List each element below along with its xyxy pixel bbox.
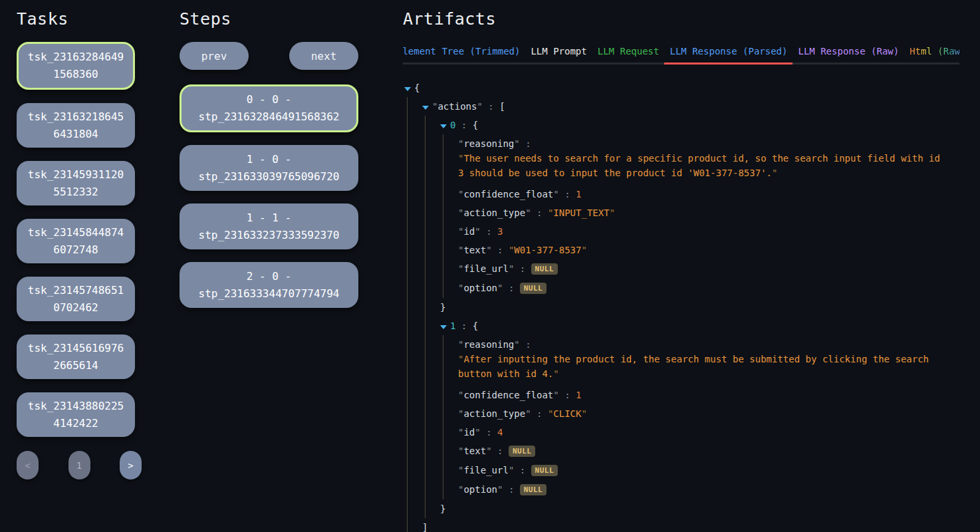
json-row: "text" : "W01-377-8537" — [458, 241, 959, 259]
step-button[interactable]: 1 - 1 -stp_231633237333592370 — [180, 203, 358, 249]
tasks-panel: Tasks tsk_231632846491568360tsk_23163218… — [17, 9, 135, 532]
null-badge: NULL — [531, 465, 558, 476]
prev-step-button[interactable]: prev — [180, 42, 249, 70]
step-button-id: stp_231633344707774794 — [199, 285, 340, 303]
task-button-label: tsk_231438802254142422 — [26, 398, 126, 432]
steps-list: 0 - 0 -stp_2316328464915683621 - 0 -stp_… — [180, 84, 358, 308]
json-row: } — [440, 298, 959, 317]
steps-nav: prev next — [180, 42, 358, 70]
json-row: 0 : { — [440, 116, 959, 134]
tasks-title: Tasks — [17, 9, 135, 29]
json-string-value: W01-377-8537 — [514, 245, 581, 255]
json-row: } — [440, 499, 959, 518]
null-badge: NULL — [520, 484, 547, 495]
tab-element-tree-trimmed[interactable]: Element Tree (Trimmed) — [403, 42, 525, 65]
json-key: reasoning — [463, 138, 514, 149]
null-badge: NULL — [520, 283, 547, 294]
json-key: file_url — [463, 263, 508, 274]
task-button-label: tsk_231456169762665614 — [26, 340, 126, 374]
collapse-toggle-icon[interactable] — [440, 325, 447, 329]
tab-llm-prompt[interactable]: LLM Prompt — [525, 42, 592, 65]
task-button[interactable]: tsk_231457486510702462 — [17, 277, 135, 321]
artifacts-tabs: Element Tree (Trimmed)LLM PromptLLM Requ… — [403, 42, 959, 65]
json-key: id — [463, 427, 475, 438]
step-button[interactable]: 2 - 0 -stp_231633344707774794 — [180, 262, 358, 308]
task-button[interactable]: tsk_231632186456431804 — [17, 103, 135, 148]
json-row: "action_type" : "CLICK" — [458, 404, 959, 423]
json-row: { — [404, 78, 959, 97]
steps-panel: Steps prev next 0 - 0 -stp_2316328464915… — [180, 9, 358, 532]
collapse-toggle-icon[interactable] — [404, 87, 411, 91]
artifacts-panel: Artifacts Element Tree (Trimmed)LLM Prom… — [403, 9, 959, 532]
task-button-label: tsk_231632186456431804 — [26, 108, 126, 143]
json-key: confidence_float — [463, 189, 553, 200]
json-key: actions — [437, 101, 477, 112]
prev-page-button[interactable]: < — [17, 451, 39, 479]
json-row: "file_url" : NULL — [458, 259, 959, 279]
json-key: text — [463, 245, 486, 255]
json-tree-viewer: {"actions" : [0 : {"reasoning" : "The us… — [403, 78, 959, 532]
next-page-button[interactable]: > — [120, 451, 142, 479]
json-row: "action_type" : "INPUT_TEXT" — [458, 203, 959, 222]
task-button[interactable]: tsk_231456169762665614 — [17, 334, 135, 379]
tab-llm-response-raw[interactable]: LLM Response (Raw) — [793, 42, 904, 65]
task-button[interactable]: tsk_231459311205512332 — [17, 161, 135, 205]
json-number-value: 1 — [576, 189, 581, 200]
step-button-id: stp_231633237333592370 — [199, 227, 340, 244]
collapse-toggle-icon[interactable] — [440, 124, 447, 128]
artifacts-tabbar: Element Tree (Trimmed)LLM PromptLLM Requ… — [403, 42, 959, 65]
json-row: "option" : NULL — [458, 480, 959, 499]
json-number-value: 4 — [497, 427, 503, 438]
json-string-value: After inputting the product id, the sear… — [458, 354, 929, 379]
task-button[interactable]: tsk_231458448746072748 — [17, 219, 135, 263]
task-button-label: tsk_231457486510702462 — [26, 282, 126, 317]
json-key: id — [463, 226, 475, 237]
json-string-value: CLICK — [553, 408, 581, 419]
json-row: 1 : { — [440, 317, 959, 335]
tab-llm-response-parsed[interactable]: LLM Response (Parsed) — [664, 42, 793, 65]
step-button-index: 2 - 0 - — [247, 268, 291, 285]
json-key: confidence_float — [463, 390, 553, 400]
json-open-bracket: { — [473, 120, 478, 130]
json-number-value: 3 — [497, 226, 503, 237]
json-row: ] — [422, 518, 959, 532]
json-key: text — [463, 446, 486, 456]
null-badge: NULL — [509, 446, 536, 457]
step-button-index: 1 - 1 - — [247, 209, 291, 227]
steps-title: Steps — [180, 9, 358, 29]
step-button[interactable]: 0 - 0 -stp_231632846491568362 — [180, 84, 358, 132]
step-button-index: 0 - 0 - — [247, 91, 291, 108]
json-string-value: The user needs to search for a specific … — [458, 153, 940, 178]
step-button[interactable]: 1 - 0 -stp_231633039765096720 — [180, 145, 358, 191]
next-step-button[interactable]: next — [289, 42, 358, 70]
json-key: reasoning — [463, 339, 514, 350]
page-number-button[interactable]: 1 — [68, 451, 90, 479]
json-row: "actions" : [ — [422, 97, 959, 116]
task-button-label: tsk_231459311205512332 — [26, 166, 126, 201]
step-button-id: stp_231633039765096720 — [199, 168, 340, 186]
tab-llm-request[interactable]: LLM Request — [592, 42, 665, 65]
json-close-bracket: } — [440, 302, 445, 313]
json-row: "reasoning" : — [458, 335, 959, 354]
json-row: "reasoning" : — [458, 134, 959, 153]
json-row: "file_url" : NULL — [458, 461, 959, 480]
json-row: "confidence_float" : 1 — [458, 185, 959, 203]
json-open-bracket: [ — [499, 101, 505, 112]
task-button[interactable]: tsk_231438802254142422 — [17, 392, 135, 437]
json-row: "id" : 3 — [458, 222, 959, 241]
collapse-toggle-icon[interactable] — [422, 106, 429, 110]
app-root: Tasks tsk_231632846491568360tsk_23163218… — [0, 0, 980, 532]
json-open-bracket: { — [414, 82, 420, 93]
json-long-string-value: "After inputting the product id, the sea… — [458, 352, 943, 381]
json-string-value: INPUT_TEXT — [553, 207, 609, 218]
json-close-bracket: ] — [422, 522, 428, 532]
task-button[interactable]: tsk_231632846491568360 — [17, 42, 135, 90]
tab-html-raw[interactable]: Html (Raw) — [904, 42, 959, 65]
json-key: action_type — [463, 207, 525, 218]
json-children: "actions" : [0 : {"reasoning" : "The use… — [407, 97, 959, 532]
json-children: 0 : {"reasoning" : "The user needs to se… — [425, 116, 959, 518]
json-key: option — [463, 484, 497, 495]
json-key: option — [463, 283, 497, 293]
json-row: "id" : 4 — [458, 423, 959, 442]
json-key: action_type — [463, 408, 525, 419]
